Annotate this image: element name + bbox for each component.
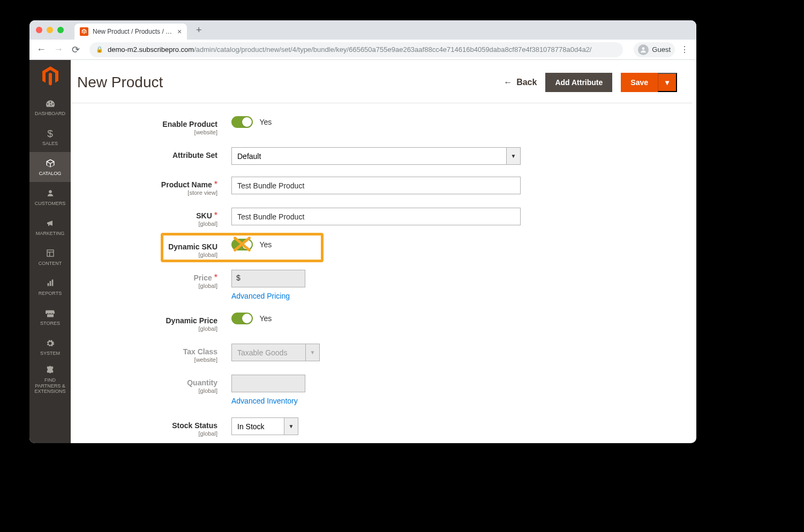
sidebar-item-stores[interactable]: STORES <box>29 302 71 332</box>
reload-button[interactable]: ⟳ <box>68 42 83 57</box>
field-label: Quantity <box>187 378 217 387</box>
maximize-window-button[interactable] <box>57 27 64 33</box>
avatar-icon <box>638 44 649 55</box>
chevron-down-icon: ▼ <box>507 147 521 165</box>
puzzle-icon <box>46 364 55 375</box>
sidebar-item-catalog[interactable]: CATALOG <box>29 152 71 182</box>
store-icon <box>46 308 55 318</box>
nav-label: SALES <box>42 141 58 146</box>
field-scope: [website] <box>71 129 217 135</box>
profile-label: Guest <box>652 45 671 54</box>
back-button[interactable]: ← <box>34 42 49 57</box>
field-label: Stock Status <box>172 421 217 430</box>
field-label: Price <box>194 273 212 282</box>
chevron-down-icon: ▼ <box>284 417 298 435</box>
field-scope: [global] <box>71 221 217 227</box>
field-quantity: Quantity [global] Advanced Inventory <box>71 375 692 406</box>
field-stock-status: Stock Status [global] In Stock ▼ <box>71 417 692 437</box>
profile-chip[interactable]: Guest <box>634 42 675 57</box>
minimize-window-button[interactable] <box>47 27 53 33</box>
gear-icon <box>46 338 55 348</box>
required-mark: * <box>214 273 217 282</box>
sidebar-item-marketing[interactable]: MARKETING <box>29 212 71 242</box>
window-controls <box>36 27 64 33</box>
close-tab-icon[interactable]: × <box>177 27 182 36</box>
browser-tab[interactable]: New Product / Products / Inven × <box>74 24 187 40</box>
arrow-left-icon: ← <box>504 78 512 87</box>
save-button[interactable]: Save <box>621 73 658 92</box>
person-icon <box>47 188 54 199</box>
svg-rect-5 <box>47 283 49 286</box>
field-label: Tax Class <box>183 347 217 356</box>
nav-label: DASHBOARD <box>35 111 65 116</box>
product-form: Enable Product [website] Yes Attribute S… <box>71 103 692 443</box>
nav-label: SYSTEM <box>40 351 60 356</box>
sidebar-item-sales[interactable]: $ SALES <box>29 122 71 152</box>
svg-rect-2 <box>47 250 54 256</box>
nav-label: CONTENT <box>39 261 62 266</box>
currency-symbol: $ <box>236 273 241 282</box>
field-label: Dynamic Price <box>166 316 218 325</box>
dashboard-icon <box>45 98 56 109</box>
nav-label: STORES <box>40 321 60 326</box>
attribute-set-select[interactable]: Default ▼ <box>231 147 521 165</box>
product-name-input[interactable] <box>231 177 521 194</box>
field-product-name: Product Name* [store view] <box>71 177 692 196</box>
field-label: Product Name <box>161 180 212 189</box>
sidebar-item-customers[interactable]: CUSTOMERS <box>29 182 71 212</box>
field-scope: [global] <box>71 325 217 332</box>
dynamic-sku-toggle[interactable] <box>231 239 253 250</box>
main-content: New Product ← Back Add Attribute Save ▼ <box>71 60 696 443</box>
url-host: demo-m2.subscribepro.com <box>108 45 194 54</box>
nav-label: CUSTOMERS <box>35 201 65 206</box>
browser-window: New Product / Products / Inven × + ← → ⟳… <box>29 20 696 443</box>
new-tab-button[interactable]: + <box>191 25 206 36</box>
tax-class-select: Taxable Goods ▼ <box>231 344 320 361</box>
nav-label: REPORTS <box>39 291 62 296</box>
sidebar-item-system[interactable]: SYSTEM <box>29 332 71 362</box>
add-attribute-button[interactable]: Add Attribute <box>545 73 612 92</box>
chevron-down-icon: ▼ <box>664 79 671 87</box>
save-dropdown-toggle[interactable]: ▼ <box>658 73 677 92</box>
sidebar-item-dashboard[interactable]: DASHBOARD <box>29 92 71 122</box>
field-label: Attribute Set <box>172 151 217 159</box>
stock-status-select[interactable]: In Stock ▼ <box>231 417 298 435</box>
page-header: New Product ← Back Add Attribute Save ▼ <box>71 60 692 103</box>
field-tax-class: Tax Class [website] Taxable Goods ▼ <box>71 344 692 363</box>
field-scope: [global] <box>71 283 217 289</box>
sidebar-item-reports[interactable]: REPORTS <box>29 272 71 302</box>
back-link[interactable]: ← Back <box>504 78 537 87</box>
advanced-pricing-link[interactable]: Advanced Pricing <box>231 292 290 300</box>
save-button-group: Save ▼ <box>621 73 677 92</box>
required-mark: * <box>214 180 217 189</box>
field-sku: SKU* [global] <box>71 208 692 227</box>
url-path: /admin/catalog/product/new/set/4/type/bu… <box>194 45 591 54</box>
chrome-toolbar: ← → ⟳ 🔒 demo-m2.subscribepro.com/admin/c… <box>29 40 696 60</box>
field-scope: [global] <box>71 430 217 437</box>
select-value: In Stock <box>231 417 284 435</box>
nav-label: CATALOG <box>39 171 62 176</box>
nav-label: FIND PARTNERS & EXTENSIONS <box>31 377 69 394</box>
select-value: Default <box>231 147 507 165</box>
sidebar-item-content[interactable]: CONTENT <box>29 242 71 272</box>
layout-icon <box>46 248 55 259</box>
advanced-inventory-link[interactable]: Advanced Inventory <box>231 397 298 405</box>
dollar-icon: $ <box>47 128 53 139</box>
field-scope: [website] <box>71 356 217 363</box>
forward-button[interactable]: → <box>51 42 66 57</box>
chart-icon <box>46 278 55 288</box>
chevron-down-icon: ▼ <box>306 344 320 361</box>
address-bar[interactable]: 🔒 demo-m2.subscribepro.com/admin/catalog… <box>89 42 623 57</box>
sidebar-item-partners[interactable]: FIND PARTNERS & EXTENSIONS <box>29 362 71 397</box>
dynamic-price-toggle[interactable] <box>231 313 253 324</box>
enable-product-toggle[interactable] <box>231 116 253 128</box>
field-label: Enable Product <box>162 120 217 128</box>
magento-logo[interactable] <box>29 60 71 92</box>
chrome-tab-strip: New Product / Products / Inven × + <box>29 20 696 40</box>
chrome-menu-icon[interactable]: ⋮ <box>677 44 692 55</box>
megaphone-icon <box>46 218 55 229</box>
close-window-button[interactable] <box>36 27 42 33</box>
toggle-state: Yes <box>259 118 272 126</box>
field-scope: [global] <box>71 387 217 394</box>
sku-input[interactable] <box>231 208 521 225</box>
